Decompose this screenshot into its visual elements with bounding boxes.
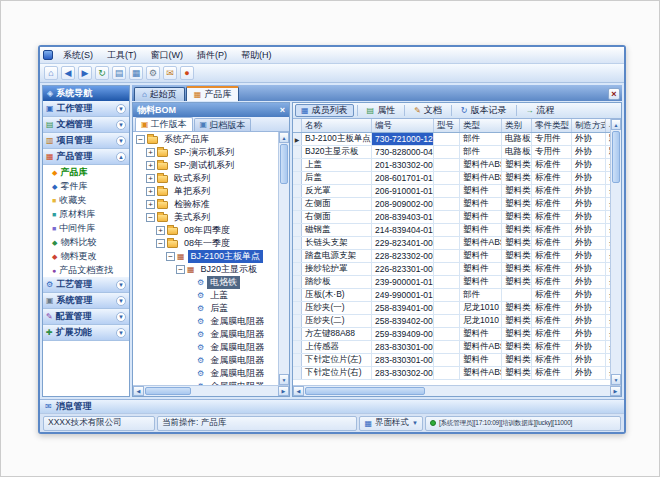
tree-node[interactable]: −▦BJ-2100主板单点 — [133, 250, 278, 263]
chevron-up-icon[interactable]: ▲ — [116, 152, 126, 162]
table-cell[interactable]: 258-839402-00E — [372, 315, 434, 327]
table-cell[interactable]: 塑料件ABS — [460, 341, 502, 353]
scroll-left-icon[interactable]: ◀ — [293, 386, 304, 396]
tree-vscroll-thumb[interactable] — [280, 144, 288, 184]
tab-workflow[interactable]: → 流程 — [520, 104, 561, 117]
table-cell[interactable]: 部件 — [460, 146, 502, 158]
table-cell[interactable]: 塑料件ABS — [460, 159, 502, 171]
row-selector[interactable] — [293, 250, 302, 262]
table-cell[interactable]: 229-823401-00E — [372, 237, 434, 249]
table-cell[interactable]: 249-990001-01E — [372, 289, 434, 301]
table-cell[interactable]: 尼龙1010 — [460, 315, 502, 327]
tree-node[interactable]: −美式系列 — [133, 211, 278, 224]
tree-toggle-plus-icon[interactable]: + — [146, 200, 155, 209]
table-cell[interactable]: 外协 — [572, 289, 606, 301]
table-cell[interactable]: 外协 — [572, 224, 606, 236]
nav-item-product-library[interactable]: ◆ 产品库 — [43, 165, 129, 179]
table-row[interactable]: 左侧面208-909002-00E塑料件塑料类标准件外协条 — [293, 198, 610, 211]
tree-node[interactable]: ⚙金属膜电阻器 — [133, 341, 278, 354]
table-cell[interactable]: 标准件 — [532, 185, 572, 197]
table-row[interactable]: 踏盘电源支架228-823302-00E塑料件塑料类标准件外协条 — [293, 250, 610, 263]
row-selector[interactable] — [293, 224, 302, 236]
table-row[interactable]: 压板(木·B)249-990001-01E部件标准件外协条 — [293, 289, 610, 302]
table-vscrollbar[interactable]: ▲ ▼ — [610, 119, 621, 385]
table-row[interactable]: 下针定位片(右)283-830302-00E塑料件ABS塑料类标准件外协条 — [293, 367, 610, 380]
table-cell[interactable] — [434, 211, 460, 223]
status-style[interactable]: ▦ 界面样式 ▼ — [359, 416, 423, 431]
table-cell[interactable]: 反光罩 — [302, 185, 372, 197]
table-cell[interactable]: 外协 — [572, 146, 606, 158]
tree-hscrollbar[interactable]: ◀ ▶ — [133, 385, 289, 396]
table-cell[interactable]: 电路板 — [502, 133, 532, 145]
table-cell[interactable]: 塑料件 — [460, 328, 502, 340]
table-cell[interactable]: 压板(木·B) — [302, 289, 372, 301]
table-cell[interactable]: 专用件 — [532, 146, 572, 158]
menu-item-0[interactable]: 系统(S) — [57, 48, 99, 63]
tree-toggle-plus-icon[interactable]: + — [146, 187, 155, 196]
nav-group-project-mgmt[interactable]: ▥ 项目管理 ▼ — [43, 133, 129, 149]
tab-archived-version[interactable]: ▣ 归档版本 — [194, 118, 252, 131]
tab-close-button[interactable]: × — [608, 88, 620, 100]
chevron-down-icon[interactable]: ▼ — [116, 280, 126, 290]
table-cell[interactable]: 踏纱板 — [302, 276, 372, 288]
table-cell[interactable]: 压纱夹(二) — [302, 315, 372, 327]
forward-icon[interactable]: ▶ — [78, 66, 92, 80]
table-row[interactable]: 上传感器283-830301-00E塑料件ABS塑料类标准件外协条 — [293, 341, 610, 354]
table-cell[interactable]: 226-823301-00E — [372, 263, 434, 275]
table-cell[interactable] — [434, 198, 460, 210]
table-cell[interactable]: 标准件 — [532, 276, 572, 288]
row-selector[interactable] — [293, 328, 302, 340]
row-selector[interactable] — [293, 341, 302, 353]
nav-item-raw-material-library[interactable]: ■ 原材料库 — [43, 207, 129, 221]
column-header[interactable]: 零件类型 — [532, 119, 572, 132]
table-cell[interactable] — [434, 185, 460, 197]
menu-item-2[interactable]: 窗口(W) — [145, 48, 190, 63]
tree-toggle-minus-icon[interactable]: − — [166, 252, 175, 261]
table-cell[interactable]: 塑料类 — [502, 224, 532, 236]
nav-group-doc-mgmt[interactable]: ▤ 文档管理 ▼ — [43, 117, 129, 133]
table-cell[interactable]: 外协 — [572, 237, 606, 249]
table-cell[interactable] — [434, 276, 460, 288]
tree-node[interactable]: +欧式系列 — [133, 172, 278, 185]
column-header[interactable]: 名称 — [302, 119, 372, 132]
tree-node[interactable]: −系统产品库 — [133, 133, 278, 146]
column-header[interactable]: 类型 — [460, 119, 502, 132]
table-cell[interactable] — [434, 159, 460, 171]
table-cell[interactable]: 塑料件 — [460, 198, 502, 210]
row-selector[interactable]: ▶ — [293, 133, 302, 145]
table-cell[interactable]: 外协 — [572, 185, 606, 197]
table-cell[interactable]: 标准件 — [532, 172, 572, 184]
table-cell[interactable]: 208-909002-00E — [372, 198, 434, 210]
table-cell[interactable]: 塑料件 — [460, 276, 502, 288]
table-cell[interactable]: 标准件 — [532, 367, 572, 379]
table-cell[interactable]: 201-830302-00E — [372, 159, 434, 171]
table-cell[interactable] — [434, 237, 460, 249]
tree-node[interactable]: ⚙金属膜电阻器 — [133, 328, 278, 341]
table-row[interactable]: 压纱夹(一)258-839401-00E尼龙1010塑料类标准件外协条 — [293, 302, 610, 315]
tab-version-history[interactable]: ↻ 版本记录 — [455, 104, 513, 117]
tab-member-list[interactable]: ▦ 成员列表 — [295, 104, 354, 117]
table-cell[interactable] — [434, 250, 460, 262]
tree-toggle-minus-icon[interactable]: − — [136, 135, 145, 144]
table-cell[interactable]: BJ-2100主板单点 — [302, 133, 372, 145]
scroll-up-icon[interactable]: ▲ — [611, 119, 621, 130]
table-cell[interactable]: 塑料类 — [502, 328, 532, 340]
table-hscrollbar[interactable]: ◀ ▶ — [293, 385, 621, 396]
scroll-down-icon[interactable]: ▼ — [279, 374, 289, 385]
row-selector[interactable] — [293, 146, 302, 158]
tree-node[interactable]: −08年一季度 — [133, 237, 278, 250]
tree-node[interactable]: ⚙电烙铁 — [133, 276, 278, 289]
table-cell[interactable]: 上传感器 — [302, 341, 372, 353]
tree-toggle-minus-icon[interactable]: − — [156, 239, 165, 248]
bom-close-icon[interactable]: × — [280, 105, 285, 115]
table-cell[interactable]: 塑料件 — [460, 224, 502, 236]
table-row[interactable]: 方左键88A88259-839409-00E塑料件塑料类标准件外协条 — [293, 328, 610, 341]
row-selector[interactable] — [293, 211, 302, 223]
nav-group-system-mgmt[interactable]: ▣ 系统管理 ▼ — [43, 293, 129, 309]
table-cell[interactable] — [434, 263, 460, 275]
table-cell[interactable]: 磁钢盖 — [302, 224, 372, 236]
nav-group-extensions[interactable]: ✚ 扩展功能 ▼ — [43, 325, 129, 341]
table-cell[interactable]: 258-839401-00E — [372, 302, 434, 314]
scroll-right-icon[interactable]: ▶ — [610, 386, 621, 396]
tab-start-page[interactable]: ⌂ 起始页 — [134, 87, 185, 101]
